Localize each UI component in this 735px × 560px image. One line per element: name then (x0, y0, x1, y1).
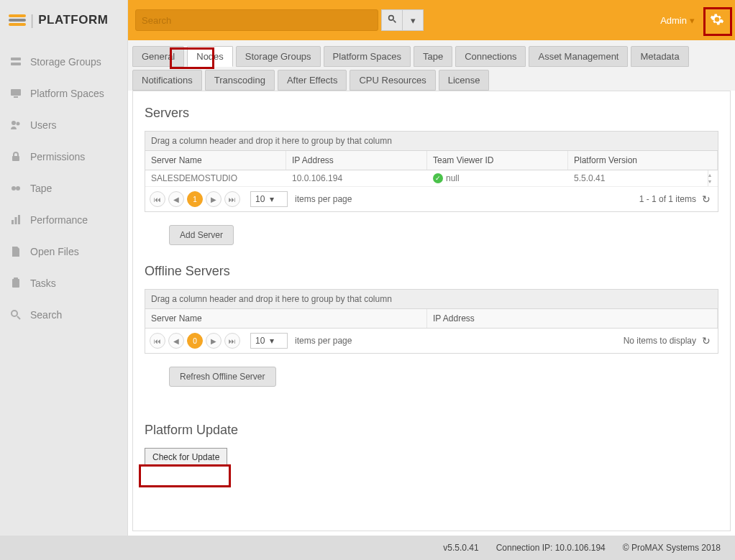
refresh-icon[interactable]: ↻ (699, 335, 713, 346)
cell-ip: 10.0.106.194 (286, 170, 427, 186)
tab-tape[interactable]: Tape (414, 46, 452, 67)
col-teamviewer[interactable]: Team Viewer ID (427, 151, 568, 170)
sidebar-item-label: Tape (30, 183, 52, 194)
servers-grid: Drag a column header and drop it here to… (145, 131, 718, 212)
pager-current[interactable]: 0 (187, 333, 203, 349)
check-icon: ✓ (433, 173, 443, 183)
svg-point-5 (17, 122, 20, 126)
sidebar-item-label: Performance (30, 214, 88, 226)
row-spinner[interactable]: ▴▾ (708, 170, 718, 186)
sidebar-item-tape[interactable]: Tape (0, 173, 127, 204)
pager-current[interactable]: 1 (187, 191, 203, 207)
tab-transcoding[interactable]: Transcoding (205, 70, 275, 91)
group-hint[interactable]: Drag a column header and drop it here to… (145, 132, 718, 151)
cell-server-name: SALESDEMOSTUDIO (145, 170, 286, 186)
sidebar-item-label: Tasks (30, 277, 56, 289)
tab-metadata[interactable]: Metadata (631, 46, 688, 67)
chevron-down-icon: ▾ (690, 15, 695, 26)
sidebar-item-open-files[interactable]: Open Files (0, 236, 127, 267)
pager-summary: 1 - 1 of 1 items (639, 194, 696, 204)
logo: | PLATFORM (0, 0, 127, 40)
sidebar-item-label: Search (30, 309, 62, 321)
footer-copyright: © ProMAX Systems 2018 (623, 543, 721, 553)
sidebar-item-label: Permissions (30, 151, 85, 162)
sidebar-item-tasks[interactable]: Tasks (0, 267, 127, 299)
search-icon (10, 309, 23, 321)
svg-rect-2 (11, 89, 21, 96)
col-ip-address[interactable]: IP Address (427, 309, 718, 328)
svg-rect-3 (14, 96, 18, 98)
tab-after-effects[interactable]: After Effects (278, 70, 347, 91)
table-row[interactable]: SALESDEMOSTUDIO 10.0.106.194 ✓ null 5.5.… (145, 170, 718, 187)
pager-first[interactable]: ⏮ (150, 333, 165, 349)
sidebar: | PLATFORM Storage Groups Platform Space… (0, 0, 128, 536)
svg-point-8 (16, 186, 20, 191)
sidebar-item-label: Platform Spaces (30, 88, 104, 99)
sidebar-item-performance[interactable]: Performance (0, 204, 127, 236)
servers-columns: Server Name IP Address Team Viewer ID Pl… (145, 151, 718, 170)
svg-rect-12 (12, 279, 19, 288)
sidebar-item-storage-groups[interactable]: Storage Groups (0, 46, 127, 78)
pager-last[interactable]: ⏭ (224, 191, 240, 207)
tab-platform-spaces[interactable]: Platform Spaces (324, 46, 411, 67)
pager-next[interactable]: ▶ (206, 333, 222, 349)
col-server-name[interactable]: Server Name (145, 309, 427, 328)
gear-icon (710, 12, 724, 29)
svg-rect-0 (11, 58, 21, 60)
refresh-offline-button[interactable]: Refresh Offline Server (169, 367, 276, 387)
search-dropdown-button[interactable]: ▾ (402, 9, 424, 31)
svg-point-16 (388, 16, 393, 21)
group-hint[interactable]: Drag a column header and drop it here to… (145, 290, 718, 309)
sidebar-item-search[interactable]: Search (0, 299, 127, 331)
svg-point-4 (12, 121, 16, 125)
search-button[interactable] (381, 9, 403, 31)
tab-connections[interactable]: Connections (455, 46, 526, 67)
pager-next[interactable]: ▶ (206, 191, 222, 207)
content-panel: Servers Drag a column header and drop it… (132, 91, 731, 531)
add-server-button[interactable]: Add Server (169, 225, 234, 245)
users-icon (10, 119, 23, 131)
settings-button[interactable] (703, 6, 731, 34)
header-bar: ▾ Admin ▾ (128, 0, 735, 40)
tab-cpu-resources[interactable]: CPU Resources (350, 70, 435, 91)
refresh-icon[interactable]: ↻ (699, 193, 713, 205)
tape-icon (10, 183, 23, 194)
logo-icon (9, 14, 26, 26)
col-server-name[interactable]: Server Name (145, 151, 286, 170)
check-update-button[interactable]: Check for Update (145, 448, 227, 467)
servers-title: Servers (145, 106, 718, 121)
tab-license[interactable]: License (439, 70, 490, 91)
offline-columns: Server Name IP Address (145, 309, 718, 329)
tab-asset-management[interactable]: Asset Management (529, 46, 628, 67)
update-title: Platform Update (145, 423, 718, 438)
server-icon (10, 56, 23, 68)
pager-prev[interactable]: ◀ (168, 191, 184, 207)
sidebar-item-permissions[interactable]: Permissions (0, 141, 127, 173)
admin-label: Admin (660, 15, 687, 26)
sidebar-item-label: Open Files (30, 246, 79, 257)
logo-separator: | (30, 12, 34, 29)
tab-notifications[interactable]: Notifications (132, 70, 202, 91)
monitor-icon (10, 88, 23, 99)
sidebar-item-users[interactable]: Users (0, 109, 127, 141)
search-input[interactable] (136, 10, 378, 30)
col-platform-version[interactable]: Platform Version (568, 151, 718, 170)
pager-last[interactable]: ⏭ (224, 333, 240, 349)
tab-general[interactable]: General (132, 46, 184, 67)
offline-grid: Drag a column header and drop it here to… (145, 289, 718, 354)
footer-version: v5.5.0.41 (443, 543, 478, 553)
svg-line-15 (17, 316, 20, 319)
cell-version: 5.5.0.41 (568, 170, 708, 186)
tab-nodes[interactable]: Nodes (187, 46, 233, 67)
sidebar-item-platform-spaces[interactable]: Platform Spaces (0, 78, 127, 109)
pager-first[interactable]: ⏮ (150, 191, 165, 207)
page-size-select[interactable]: 10 ▾ (250, 333, 288, 349)
col-ip-address[interactable]: IP Address (286, 151, 427, 170)
footer: v5.5.0.41 Connection IP: 10.0.106.194 © … (0, 536, 735, 560)
svg-rect-1 (11, 63, 21, 65)
tab-storage-groups[interactable]: Storage Groups (236, 46, 321, 67)
page-size-select[interactable]: 10 ▾ (250, 191, 288, 207)
pager-prev[interactable]: ◀ (168, 333, 184, 349)
pager-summary: No items to display (624, 336, 696, 346)
admin-menu[interactable]: Admin ▾ (652, 15, 703, 26)
